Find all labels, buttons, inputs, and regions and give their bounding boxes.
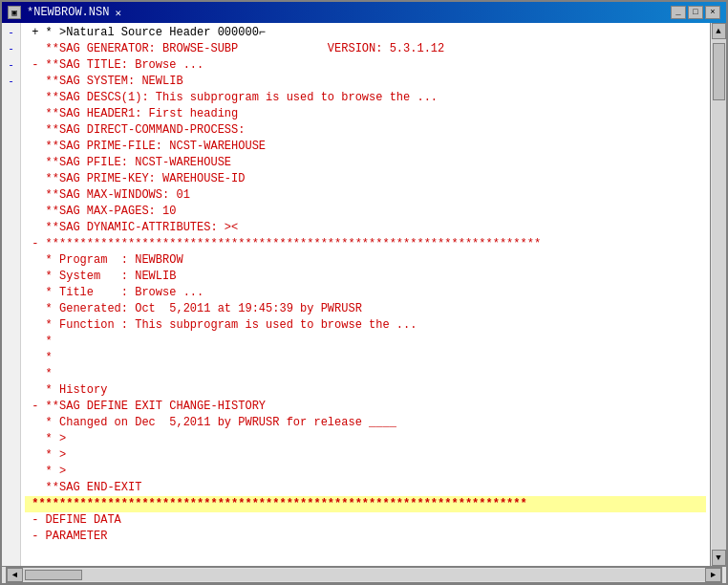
vertical-scrollbar[interactable]: ▲ ▼ (710, 23, 726, 566)
close-button[interactable]: × (705, 6, 720, 19)
main-window: ▣ *NEWBROW.NSN ✕ _ □ × ---- + * >Natural… (0, 0, 728, 585)
code-line: **SAG SYSTEM: NEWLIB (25, 74, 706, 90)
code-line: **SAG GENERATOR: BROWSE-SUBP VERSION: 5.… (25, 41, 706, 57)
gutter-marker[interactable]: - (2, 74, 20, 90)
code-line: - **SAG TITLE: Browse ... (25, 57, 706, 74)
code-line: * Function : This subprogram is used to … (25, 317, 706, 334)
title-bar-left: ▣ *NEWBROW.NSN ✕ (8, 6, 121, 19)
scrollbar-h-track[interactable] (23, 569, 705, 581)
code-line: * Program : NEWBROW (25, 252, 706, 269)
code-line: - DEFINE DATA (25, 512, 706, 529)
code-line: **SAG END-EXIT (25, 480, 706, 496)
bottom-bar: ◄ ► (2, 566, 726, 583)
gutter-marker[interactable]: - (2, 41, 20, 57)
window-icon: ▣ (8, 6, 21, 19)
code-line: **SAG MAX-PAGES: 10 (25, 204, 706, 220)
gutter: ---- (2, 23, 21, 566)
code-line: - PARAMETER (25, 529, 706, 545)
code-line: **SAG HEADER1: First heading (25, 106, 706, 122)
code-line: * Generated: Oct 5,2011 at 19:45:39 by P… (25, 301, 706, 317)
gutter-marker[interactable]: - (2, 25, 20, 41)
scroll-down-button[interactable]: ▼ (712, 550, 726, 566)
code-line: * (25, 350, 706, 366)
scroll-left-button[interactable]: ◄ (7, 568, 23, 582)
code-line: * > (25, 431, 706, 447)
code-line: * System : NEWLIB (25, 269, 706, 285)
content-area: + * >Natural Source Header 000000⌐ **SAG… (21, 23, 726, 566)
scroll-right-button[interactable]: ► (705, 568, 721, 582)
scroll-up-button[interactable]: ▲ (712, 23, 726, 39)
code-line: * > (25, 464, 706, 480)
scrollbar-track[interactable] (712, 39, 726, 550)
code-line: **SAG DYNAMIC-ATTRIBUTES: >< (25, 220, 706, 236)
code-line: * (25, 334, 706, 350)
code-line: **SAG PRIME-KEY: WAREHOUSE-ID (25, 171, 706, 187)
code-scroll[interactable]: + * >Natural Source Header 000000⌐ **SAG… (21, 23, 710, 566)
code-line: **SAG MAX-WINDOWS: 01 (25, 187, 706, 204)
maximize-button[interactable]: □ (688, 6, 703, 19)
code-line: + * >Natural Source Header 000000⌐ (25, 25, 706, 41)
code-line: * History (25, 382, 706, 399)
code-line: ****************************************… (25, 496, 706, 512)
code-line: - **SAG DEFINE EXIT CHANGE-HISTORY (25, 399, 706, 415)
code-line: **SAG PFILE: NCST-WAREHOUSE (25, 155, 706, 171)
code-line: **SAG PRIME-FILE: NCST-WAREHOUSE (25, 139, 706, 155)
close-tab-icon[interactable]: ✕ (115, 7, 121, 19)
window-title: *NEWBROW.NSN (27, 6, 109, 19)
code-line: * Title : Browse ... (25, 285, 706, 301)
scrollbar-h-thumb[interactable] (25, 570, 82, 580)
title-bar-buttons: _ □ × (671, 6, 720, 19)
title-bar: ▣ *NEWBROW.NSN ✕ _ □ × (2, 2, 726, 23)
code-line: * Changed on Dec 5,2011 by PWRUSR for re… (25, 415, 706, 431)
code-line: * > (25, 447, 706, 464)
minimize-button[interactable]: _ (671, 6, 686, 19)
code-line: * (25, 366, 706, 382)
horizontal-scrollbar[interactable]: ◄ ► (6, 567, 722, 583)
code-line: **SAG DESCS(1): This subprogram is used … (25, 90, 706, 106)
editor-area: ---- + * >Natural Source Header 000000⌐ … (2, 23, 726, 566)
code-line: **SAG DIRECT-COMMAND-PROCESS: (25, 122, 706, 139)
scrollbar-thumb[interactable] (713, 43, 725, 100)
gutter-marker[interactable]: - (2, 57, 20, 74)
code-line: - **************************************… (25, 236, 706, 252)
